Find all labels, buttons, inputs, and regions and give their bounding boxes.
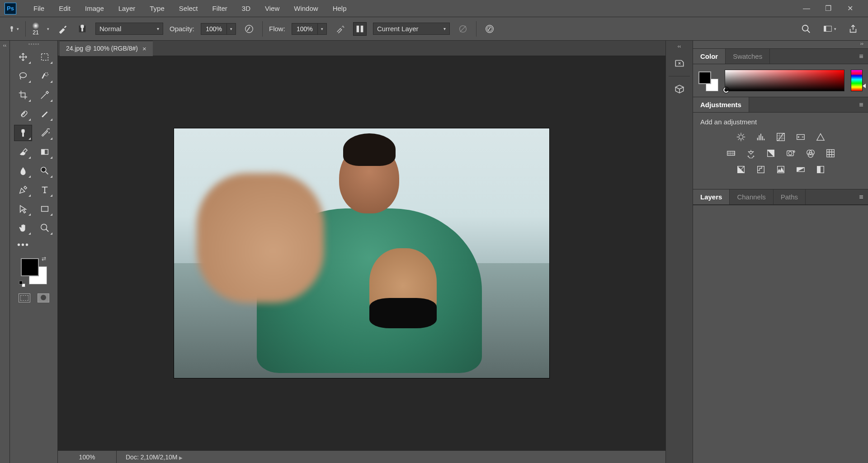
tool-pen[interactable] bbox=[14, 182, 32, 198]
status-zoom[interactable]: 100% bbox=[58, 451, 117, 463]
tab-paths[interactable]: Paths bbox=[774, 189, 806, 204]
current-tool-icon[interactable]: ▾ bbox=[8, 24, 19, 34]
adjustments-panel-menu-icon[interactable]: ≡ bbox=[854, 97, 868, 112]
libraries-panel-icon[interactable] bbox=[670, 80, 689, 98]
tool-blur[interactable] bbox=[14, 163, 32, 179]
quick-mask-icon[interactable] bbox=[38, 293, 49, 302]
share-icon[interactable] bbox=[846, 22, 860, 36]
adj-threshold-icon[interactable] bbox=[775, 165, 787, 175]
panel-fg-bg-swatches[interactable] bbox=[698, 71, 718, 91]
svg-point-41 bbox=[793, 151, 795, 153]
pressure-opacity-icon[interactable] bbox=[242, 22, 256, 36]
flow-dropdown[interactable]: ▾ bbox=[318, 23, 327, 35]
adj-hue-sat-icon[interactable] bbox=[725, 148, 737, 158]
tool-healing[interactable] bbox=[14, 106, 32, 122]
adj-vibrance-icon[interactable] bbox=[815, 132, 826, 142]
status-document-size[interactable]: Doc: 2,10M/2,10M▶ bbox=[117, 454, 192, 461]
color-panel-menu-icon[interactable]: ≡ bbox=[854, 49, 868, 64]
canvas[interactable] bbox=[58, 56, 665, 450]
adj-posterize-icon[interactable] bbox=[755, 165, 767, 175]
tool-eyedropper[interactable] bbox=[36, 87, 54, 103]
opacity-dropdown[interactable]: ▾ bbox=[227, 23, 236, 35]
adj-photo-filter-icon[interactable] bbox=[785, 148, 797, 158]
panel-dock-collapse[interactable]: ‹‹ bbox=[678, 43, 681, 49]
menu-image[interactable]: Image bbox=[79, 2, 110, 15]
adj-color-lookup-icon[interactable] bbox=[825, 148, 836, 158]
tool-path-select[interactable] bbox=[14, 201, 32, 217]
swap-colors-icon[interactable]: ⇄ bbox=[42, 255, 46, 262]
tool-crop[interactable] bbox=[14, 87, 32, 103]
blend-mode-select[interactable]: Normal bbox=[95, 23, 163, 35]
close-tab-icon[interactable]: × bbox=[142, 45, 146, 52]
sample-select[interactable]: Current Layer bbox=[373, 23, 450, 35]
tool-gradient[interactable] bbox=[36, 144, 54, 160]
tool-history-brush[interactable] bbox=[36, 125, 54, 141]
brush-preset-picker[interactable]: 21 bbox=[32, 22, 39, 36]
search-icon[interactable] bbox=[799, 22, 813, 36]
toolbar-grip[interactable] bbox=[25, 43, 43, 46]
tool-eraser[interactable] bbox=[14, 144, 32, 160]
menu-select[interactable]: Select bbox=[173, 2, 204, 15]
flow-input[interactable]: 100% bbox=[292, 23, 318, 35]
layers-panel-menu-icon[interactable]: ≡ bbox=[854, 189, 868, 204]
aligned-toggle-icon[interactable] bbox=[353, 22, 367, 36]
close-window-button[interactable]: ✕ bbox=[845, 4, 854, 13]
foreground-color-swatch[interactable] bbox=[21, 258, 39, 276]
adj-color-balance-icon[interactable] bbox=[745, 148, 757, 158]
adj-selective-color-icon[interactable] bbox=[815, 165, 826, 175]
adj-curves-icon[interactable] bbox=[775, 132, 787, 142]
clone-source-icon[interactable] bbox=[75, 22, 89, 36]
menu-help[interactable]: Help bbox=[326, 2, 353, 15]
minimize-button[interactable]: — bbox=[802, 4, 811, 13]
adj-invert-icon[interactable] bbox=[735, 165, 747, 175]
opacity-input[interactable]: 100% bbox=[201, 23, 227, 35]
tool-marquee[interactable] bbox=[36, 49, 54, 65]
default-colors-icon[interactable] bbox=[19, 281, 25, 287]
tool-lasso[interactable] bbox=[14, 68, 32, 84]
tool-quick-select[interactable] bbox=[36, 68, 54, 84]
adj-gradient-map-icon[interactable] bbox=[795, 165, 807, 175]
panel-dock-expand[interactable]: ›› bbox=[693, 41, 868, 49]
pressure-size-icon[interactable] bbox=[483, 22, 496, 36]
standard-mode-icon[interactable] bbox=[19, 293, 30, 302]
tool-zoom[interactable] bbox=[36, 220, 54, 236]
adj-channel-mixer-icon[interactable] bbox=[805, 148, 816, 158]
menu-filter[interactable]: Filter bbox=[206, 2, 234, 15]
menu-window[interactable]: Window bbox=[288, 2, 324, 15]
menu-edit[interactable]: Edit bbox=[52, 2, 77, 15]
menu-3d[interactable]: 3D bbox=[236, 2, 257, 15]
adj-exposure-icon[interactable] bbox=[795, 132, 807, 142]
tool-dodge[interactable] bbox=[36, 163, 54, 179]
color-field[interactable] bbox=[725, 70, 844, 91]
tab-channels[interactable]: Channels bbox=[730, 189, 773, 204]
adj-brightness-icon[interactable] bbox=[735, 132, 747, 142]
tool-rectangle[interactable] bbox=[36, 201, 54, 217]
tool-hand[interactable] bbox=[14, 220, 32, 236]
screen-mode-icon[interactable]: ▾ bbox=[823, 22, 836, 36]
menu-view[interactable]: View bbox=[259, 2, 286, 15]
tool-edit-toolbar[interactable]: ••• bbox=[10, 240, 29, 250]
tab-layers[interactable]: Layers bbox=[693, 189, 730, 204]
adj-black-white-icon[interactable] bbox=[765, 148, 777, 158]
brush-picker-dropdown[interactable]: ▾ bbox=[47, 27, 49, 31]
adj-levels-icon[interactable] bbox=[755, 132, 767, 142]
maximize-button[interactable]: ❐ bbox=[824, 4, 833, 13]
history-panel-icon[interactable] bbox=[670, 54, 689, 72]
tool-clone-stamp[interactable] bbox=[14, 125, 32, 141]
hue-slider[interactable] bbox=[851, 70, 863, 91]
tab-color[interactable]: Color bbox=[693, 49, 726, 64]
menu-file[interactable]: File bbox=[27, 2, 51, 15]
foreground-background-colors[interactable]: ⇄ bbox=[18, 255, 50, 287]
tool-type[interactable] bbox=[36, 182, 54, 198]
tab-adjustments[interactable]: Adjustments bbox=[693, 97, 749, 112]
tool-move[interactable] bbox=[14, 49, 32, 65]
tab-swatches[interactable]: Swatches bbox=[726, 49, 770, 64]
brush-panel-toggle-icon[interactable] bbox=[56, 22, 69, 36]
menu-type[interactable]: Type bbox=[143, 2, 171, 15]
airbrush-icon[interactable] bbox=[333, 22, 347, 36]
ignore-adjustment-icon[interactable] bbox=[456, 22, 470, 36]
document-tab[interactable]: 24.jpg @ 100% (RGB/8#) × bbox=[60, 41, 153, 56]
menu-layer[interactable]: Layer bbox=[112, 2, 142, 15]
tool-brush[interactable] bbox=[36, 106, 54, 122]
toolbar-collapse[interactable]: ‹‹ bbox=[0, 41, 10, 463]
